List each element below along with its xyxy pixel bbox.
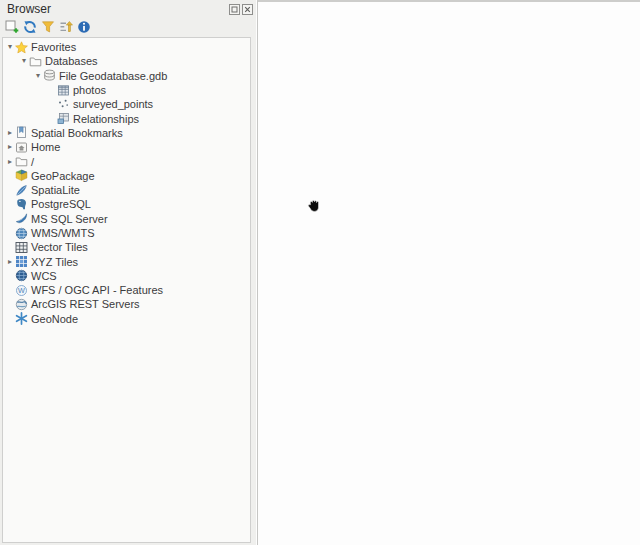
tree-item-label: photos [73,84,106,96]
arcgis-icon [15,298,28,311]
float-icon [229,4,240,15]
home-icon [15,141,28,154]
database-icon [43,69,56,82]
browser-tree: ▾Favorites▾Databases▾File Geodatabase.gd… [2,37,251,543]
browser-panel: Browser ▾Favorites▾Databases▾File Geodat… [0,0,256,545]
tree-item-relationships[interactable]: Relationships [3,111,250,125]
filter-browser-button[interactable] [40,20,55,35]
table-icon [57,84,70,97]
browser-toolbar [0,16,256,35]
titlebar-buttons [227,4,253,15]
tree-item-root[interactable]: ▸/ [3,154,250,168]
filter-icon [41,20,55,34]
panel-titlebar: Browser [0,0,256,16]
tree-item-label: Spatial Bookmarks [31,127,123,139]
close-panel-button[interactable] [242,4,253,15]
spatialite-icon [15,184,28,197]
tree-item-label: SpatiaLite [31,184,80,196]
globe-wcs-icon [15,269,28,282]
chevron-down-icon[interactable]: ▾ [19,57,29,65]
tree-item-label: Home [31,141,60,153]
tree-item-spatial-bookmarks[interactable]: ▸Spatial Bookmarks [3,126,250,140]
tree-item-label: File Geodatabase.gdb [59,70,167,82]
tree-item-arcgis-rest-servers[interactable]: ArcGIS REST Servers [3,297,250,311]
tree-item-geonode[interactable]: GeoNode [3,312,250,326]
tree-item-label: Vector Tiles [31,241,88,253]
tree-item-label: ArcGIS REST Servers [31,298,140,310]
collapse-all-button[interactable] [58,20,73,35]
chevron-right-icon[interactable]: ▸ [5,258,15,266]
refresh-button[interactable] [22,20,37,35]
tree-item-surveyed-points[interactable]: surveyed_points [3,97,250,111]
tree-item-vector-tiles[interactable]: Vector Tiles [3,240,250,254]
collapse-all-icon [59,20,73,34]
tree-item-label: Favorites [31,41,76,53]
tree-item-label: WFS / OGC API - Features [31,284,163,296]
svg-text:W: W [18,286,25,295]
tree-item-wfs-ogc-api-features[interactable]: WWFS / OGC API - Features [3,283,250,297]
tree-item-file-geodatabase-gdb[interactable]: ▾File Geodatabase.gdb [3,69,250,83]
close-icon [242,4,253,15]
float-panel-button[interactable] [229,4,240,15]
tree-item-xyz-tiles[interactable]: ▸XYZ Tiles [3,254,250,268]
geopackage-icon [15,169,28,182]
tree-item-databases[interactable]: ▾Databases [3,54,250,68]
refresh-icon [23,20,37,34]
chevron-down-icon[interactable]: ▾ [5,43,15,51]
xyz-tiles-icon [15,255,28,268]
chevron-down-icon[interactable]: ▾ [33,72,43,80]
tree-item-spatialite[interactable]: SpatiaLite [3,183,250,197]
tree-item-label: GeoNode [31,313,78,325]
properties-icon [77,20,91,34]
tree-item-label: GeoPackage [31,170,95,182]
tree-item-label: Relationships [73,113,139,125]
tree-item-label: PostgreSQL [31,198,91,210]
tree-item-photos[interactable]: photos [3,83,250,97]
tree-item-home[interactable]: ▸Home [3,140,250,154]
map-canvas[interactable] [257,0,640,545]
tree-item-label: surveyed_points [73,98,153,110]
globe-wms-icon [15,227,28,240]
tree-item-label: WMS/WMTS [31,227,95,239]
panel-title: Browser [7,3,227,16]
relationships-icon [57,112,70,125]
tree-item-label: Databases [45,55,98,67]
add-layer-icon [5,20,19,34]
tree-item-label: MS SQL Server [31,213,108,225]
folder-icon [29,55,42,68]
bookmarks-icon [15,126,28,139]
properties-widget-button[interactable] [76,20,91,35]
tree-item-favorites[interactable]: ▾Favorites [3,40,250,54]
tree-item-label: WCS [31,270,57,282]
geonode-icon [15,312,28,325]
tree-item-label: XYZ Tiles [31,256,78,268]
wfs-icon: W [15,284,28,297]
tree-item-postgresql[interactable]: PostgreSQL [3,197,250,211]
chevron-right-icon[interactable]: ▸ [5,129,15,137]
add-layer-button[interactable] [4,20,19,35]
folder-icon [15,155,28,168]
mssql-icon [15,212,28,225]
postgresql-icon [15,198,28,211]
points-icon [57,98,70,111]
star-icon [15,41,28,54]
tree-item-geopackage[interactable]: GeoPackage [3,169,250,183]
chevron-right-icon[interactable]: ▸ [5,143,15,151]
vector-tiles-icon [15,241,28,254]
tree-item-wcs[interactable]: WCS [3,269,250,283]
chevron-right-icon[interactable]: ▸ [5,158,15,166]
tree-item-ms-sql-server[interactable]: MS SQL Server [3,212,250,226]
tree-item-wms-wmts[interactable]: WMS/WMTS [3,226,250,240]
tree-item-label: / [31,156,34,168]
